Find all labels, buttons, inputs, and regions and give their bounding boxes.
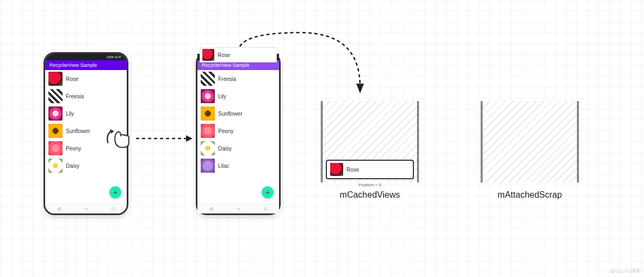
nav-bar: ◁ ○ □	[45, 204, 127, 213]
nav-back-icon[interactable]: ◁	[57, 206, 60, 211]
scroll-gesture-icon	[102, 124, 129, 149]
list-item-label: Freesia	[66, 93, 84, 99]
list-item-image	[201, 89, 215, 103]
overflow-image	[202, 49, 214, 61]
arrow-scroll-transition	[134, 130, 194, 147]
status-bar: 100% 10:47	[45, 54, 127, 60]
cache-mcachedviews: Rose	[321, 101, 419, 182]
list-item-image	[48, 106, 63, 121]
list-item[interactable]: Daisy	[45, 157, 127, 174]
nav-home-icon[interactable]: ○	[85, 206, 88, 211]
list-item-label: Lilac	[218, 163, 230, 169]
list-item[interactable]: Daisy	[197, 140, 279, 157]
cached-item-image	[330, 163, 343, 176]
list-item-label: Daisy	[66, 163, 79, 169]
svg-marker-1	[186, 135, 193, 142]
list-item-label: Freesia	[218, 76, 236, 82]
fab-button[interactable]: +	[109, 186, 121, 198]
cached-item-label: Rose	[346, 167, 359, 173]
recycler-list-1[interactable]: RoseFreesiaLilySunflowerPeonyDaisy	[45, 70, 127, 174]
list-item-label: Peony	[218, 128, 233, 134]
app-title: RecyclerView Sample	[45, 60, 127, 70]
nav-home-icon[interactable]: ○	[237, 206, 240, 211]
list-item[interactable]: Rose	[45, 70, 127, 87]
list-item[interactable]: Freesia	[45, 87, 127, 105]
list-item[interactable]: Lily	[45, 105, 127, 122]
cache2-label: mAttachedScrap	[481, 190, 579, 200]
list-item-label: Sunflower	[218, 111, 242, 117]
list-item[interactable]: Lily	[197, 87, 279, 105]
status-right: 100% 10:47	[107, 55, 121, 59]
nav-bar-2: ◁ ○ □	[197, 204, 279, 213]
list-item[interactable]: Peony	[197, 122, 279, 140]
nav-recent-icon[interactable]: □	[264, 206, 267, 211]
list-item-image	[48, 159, 63, 173]
list-item-label: Peony	[66, 146, 81, 152]
list-item-label: Lily	[66, 111, 74, 117]
list-item-label: Sunflower	[66, 128, 90, 134]
list-item-image	[201, 159, 215, 173]
list-item-label: Lily	[218, 93, 226, 99]
nav-recent-icon[interactable]: □	[112, 206, 115, 211]
overflow-label: Rose	[218, 52, 230, 58]
list-item-image	[201, 124, 215, 138]
fab-button-2[interactable]: +	[262, 186, 274, 198]
list-item-image	[48, 89, 63, 103]
phone-after: Rose RecyclerView Sample FreesiaLilySunf…	[196, 52, 281, 215]
list-item-image	[48, 124, 63, 138]
list-item-image	[201, 72, 215, 86]
list-item-image	[201, 106, 215, 121]
nav-back-icon[interactable]: ◁	[209, 206, 213, 211]
cached-item: Rose	[326, 160, 414, 179]
svg-marker-2	[356, 84, 364, 93]
list-item[interactable]: Lilac	[197, 157, 279, 174]
recycler-list-2[interactable]: FreesiaLilySunflowerPeonyDaisyLilac	[197, 70, 279, 174]
list-item-image	[201, 141, 215, 155]
list-item-label: Rose	[66, 76, 78, 82]
list-item[interactable]: Sunflower	[197, 105, 279, 122]
overflow-item: Rose	[200, 47, 277, 62]
list-item[interactable]: Freesia	[197, 70, 279, 87]
watermark: @51CTO博客	[610, 268, 641, 275]
list-item-label: Daisy	[218, 146, 232, 152]
cache1-label: mCachedViews	[321, 190, 419, 200]
cache-mattachedscrap	[481, 101, 579, 182]
list-item-image	[48, 72, 63, 86]
list-item-image	[48, 141, 63, 155]
